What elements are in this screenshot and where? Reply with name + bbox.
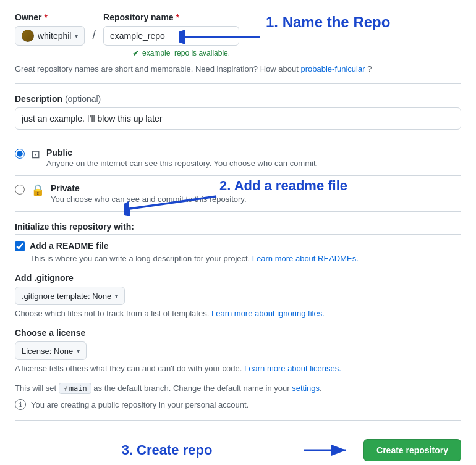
repo-hint: Great repository names are short and mem… bbox=[15, 64, 461, 73]
private-icon: 🔒 bbox=[31, 183, 45, 197]
readme-desc: This is where you can write a long descr… bbox=[30, 254, 461, 263]
description-label: Description (optional) bbox=[15, 94, 461, 104]
license-desc: A license tells others what they can and… bbox=[15, 364, 461, 373]
public-title: Public bbox=[46, 148, 318, 157]
private-radio[interactable] bbox=[15, 185, 25, 195]
gitignore-desc: Choose which files not to track from a l… bbox=[15, 309, 461, 318]
license-link[interactable]: Learn more about licenses. bbox=[244, 364, 341, 373]
license-dropdown-label: License: None bbox=[22, 346, 73, 356]
create-repo-button[interactable]: Create repository bbox=[363, 439, 461, 461]
suggestion-link[interactable]: probable-funicular bbox=[300, 64, 365, 73]
availability-message: ✔ example_repo is available. bbox=[132, 48, 461, 58]
path-separator: / bbox=[92, 28, 96, 46]
private-title: Private bbox=[51, 183, 247, 193]
readme-checkbox[interactable] bbox=[15, 241, 25, 251]
owner-dropdown[interactable]: whitephil ▾ bbox=[15, 26, 85, 46]
license-chevron: ▾ bbox=[77, 348, 80, 354]
license-dropdown[interactable]: License: None ▾ bbox=[15, 341, 87, 360]
repo-name-input[interactable] bbox=[103, 26, 239, 46]
public-icon: ⊡ bbox=[31, 148, 40, 161]
repo-name-label: Repository name * bbox=[103, 12, 239, 22]
owner-dropdown-arrow: ▾ bbox=[75, 33, 78, 40]
gitignore-chevron: ▾ bbox=[115, 293, 118, 300]
step3-label: 3. Create repo bbox=[122, 442, 213, 458]
owner-label: Owner * bbox=[15, 12, 85, 22]
description-input[interactable] bbox=[15, 107, 461, 130]
public-desc: Anyone on the internet can see this repo… bbox=[46, 159, 318, 168]
private-desc: You choose who can see and commit to thi… bbox=[51, 195, 247, 204]
readme-label: Add a README file bbox=[30, 241, 109, 251]
owner-avatar bbox=[22, 30, 34, 42]
public-option[interactable]: ⊡ Public Anyone on the internet can see … bbox=[15, 140, 461, 175]
license-title: Choose a license bbox=[15, 328, 461, 338]
settings-link[interactable]: settings bbox=[292, 383, 320, 393]
gitignore-dropdown-label: .gitignore template: None bbox=[22, 291, 111, 301]
init-section-title: Initialize this repository with: bbox=[15, 222, 461, 235]
gitignore-title: Add .gitignore bbox=[15, 273, 461, 283]
readme-row[interactable]: Add a README file bbox=[15, 241, 461, 251]
gitignore-dropdown[interactable]: .gitignore template: None ▾ bbox=[15, 287, 125, 305]
private-option[interactable]: 🔒 Private You choose who can see and com… bbox=[15, 175, 461, 212]
public-radio[interactable] bbox=[15, 149, 25, 159]
readme-link[interactable]: Learn more about READMEs. bbox=[252, 254, 359, 263]
step3-arrow bbox=[304, 441, 354, 459]
check-icon: ✔ bbox=[132, 48, 140, 58]
public-notice: ℹ You are creating a public repository i… bbox=[15, 399, 461, 410]
default-branch-info: This will set ⑂ main as the default bran… bbox=[15, 383, 461, 394]
branch-badge: ⑂ main bbox=[59, 383, 91, 394]
owner-name: whitephil bbox=[38, 31, 71, 41]
gitignore-link[interactable]: Learn more about ignoring files. bbox=[211, 309, 325, 318]
info-icon: ℹ bbox=[15, 399, 26, 410]
visibility-group: ⊡ Public Anyone on the internet can see … bbox=[15, 140, 461, 212]
